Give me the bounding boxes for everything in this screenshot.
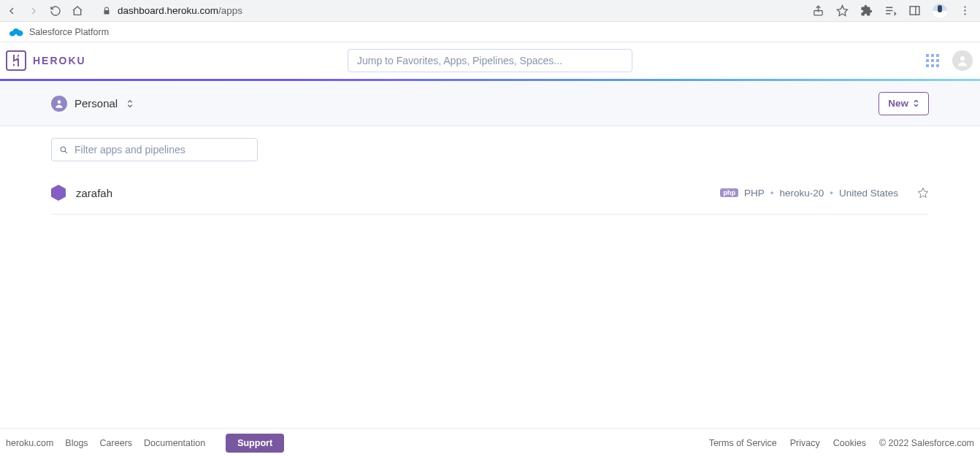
footer-link-heroku[interactable]: heroku.com xyxy=(6,438,53,448)
svg-point-3 xyxy=(964,6,965,7)
browser-nav xyxy=(6,5,83,17)
app-switcher-icon[interactable] xyxy=(926,54,939,67)
heroku-logo-icon xyxy=(6,50,26,71)
svg-point-8 xyxy=(17,30,23,36)
app-hexagon-icon xyxy=(51,185,66,201)
team-name: Personal xyxy=(74,97,118,110)
app-lang: PHP xyxy=(744,188,765,199)
footer-link-docs[interactable]: Documentation xyxy=(144,438,205,448)
footer-right-links: Terms of Service Privacy Cookies © 2022 … xyxy=(709,438,974,448)
extensions-icon[interactable] xyxy=(860,4,873,17)
home-icon[interactable] xyxy=(72,5,83,17)
salesforce-label: Salesforce Platform xyxy=(29,27,109,37)
address-bar[interactable]: dashboard.heroku.com/apps xyxy=(93,1,805,20)
chevron-up-down-icon xyxy=(913,99,919,108)
app-meta: php PHP • heroku-20 • United States xyxy=(720,187,929,199)
filter-input[interactable] xyxy=(74,144,250,155)
new-button[interactable]: New xyxy=(878,92,929,115)
panel-icon[interactable] xyxy=(908,4,921,17)
back-icon[interactable] xyxy=(6,5,18,17)
share-icon[interactable] xyxy=(812,4,824,17)
search-icon xyxy=(59,145,69,155)
support-button[interactable]: Support xyxy=(226,434,284,453)
svg-point-5 xyxy=(964,13,965,15)
footer-link-careers[interactable]: Careers xyxy=(100,438,132,448)
filter-input-wrap[interactable] xyxy=(51,138,258,161)
chevron-up-down-icon xyxy=(126,99,134,109)
footer-link-cookies[interactable]: Cookies xyxy=(833,438,866,448)
heroku-wordmark: HEROKU xyxy=(33,55,86,66)
person-icon xyxy=(51,96,67,112)
heroku-logo[interactable]: HEROKU xyxy=(6,50,86,71)
salesforce-strip: Salesforce Platform xyxy=(0,22,980,42)
svg-point-4 xyxy=(964,9,965,11)
svg-point-10 xyxy=(58,100,61,104)
menu-dots-icon[interactable] xyxy=(959,4,971,17)
app-stack: heroku-20 xyxy=(779,188,824,199)
url-host: dashboard.heroku.com xyxy=(118,5,218,16)
svg-point-9 xyxy=(960,56,965,61)
team-switcher[interactable]: Personal xyxy=(51,96,134,112)
subheader: Personal New xyxy=(0,81,980,126)
lock-icon xyxy=(102,6,111,16)
svg-line-12 xyxy=(65,150,67,153)
footer-link-blogs[interactable]: Blogs xyxy=(65,438,88,448)
footer-link-tos[interactable]: Terms of Service xyxy=(709,438,777,448)
svg-point-11 xyxy=(61,147,66,152)
main: zarafah php PHP • heroku-20 • United Sta… xyxy=(0,126,980,226)
app-region: United States xyxy=(839,188,898,199)
url-path: /apps xyxy=(218,5,242,16)
star-icon[interactable] xyxy=(836,4,849,17)
salesforce-cloud-icon xyxy=(9,27,23,37)
app-row[interactable]: zarafah php PHP • heroku-20 • United Sta… xyxy=(51,172,929,215)
footer: heroku.com Blogs Careers Documentation S… xyxy=(0,428,980,457)
global-search-input[interactable] xyxy=(357,55,623,66)
browser-toolbar: dashboard.heroku.com/apps xyxy=(0,0,980,22)
global-search[interactable] xyxy=(348,49,632,72)
favorite-star-icon[interactable] xyxy=(917,187,929,199)
media-icon[interactable] xyxy=(884,4,897,17)
heroku-topnav: HEROKU xyxy=(0,42,980,79)
user-menu-avatar[interactable] xyxy=(952,50,973,71)
profile-avatar-icon[interactable] xyxy=(933,4,947,18)
lang-badge-icon: php xyxy=(720,188,738,197)
footer-link-privacy[interactable]: Privacy xyxy=(790,438,820,448)
footer-copyright: © 2022 Salesforce.com xyxy=(879,438,974,448)
browser-actions xyxy=(812,4,971,18)
forward-icon[interactable] xyxy=(28,5,39,17)
new-button-label: New xyxy=(888,98,908,109)
svg-rect-1 xyxy=(910,7,919,15)
reload-icon[interactable] xyxy=(50,5,61,17)
footer-left-links: heroku.com Blogs Careers Documentation S… xyxy=(6,434,284,453)
app-name: zarafah xyxy=(76,187,112,199)
